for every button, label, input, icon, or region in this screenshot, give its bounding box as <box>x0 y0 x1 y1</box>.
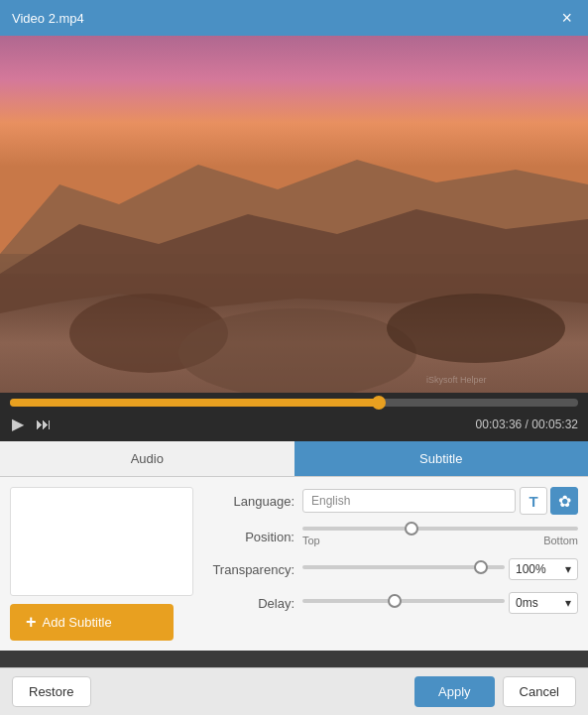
restore-button[interactable]: Restore <box>12 676 91 707</box>
total-time: 00:05:32 <box>531 417 578 431</box>
transparency-value-dropdown[interactable]: 100% ▾ <box>509 558 578 580</box>
delay-value-dropdown[interactable]: 0ms ▾ <box>509 592 578 614</box>
svg-point-6 <box>387 294 565 363</box>
position-bottom-label: Bottom <box>543 535 578 546</box>
left-panel: + Add Subtitle <box>10 487 193 641</box>
tab-audio[interactable]: Audio <box>0 441 294 476</box>
subtitle-preview <box>10 487 193 596</box>
current-time: 00:03:36 <box>476 417 523 431</box>
delay-slider[interactable] <box>302 599 505 603</box>
transparency-row: Transparency: 100% ▾ <box>205 558 578 580</box>
language-settings-button[interactable]: ✿ <box>550 487 578 515</box>
transparency-label: Transparency: <box>205 562 294 577</box>
subtitle-controls: Language: English French Spanish German … <box>205 487 578 641</box>
position-slider-container: Top Bottom <box>302 527 578 546</box>
apply-button[interactable]: Apply <box>414 676 495 707</box>
add-subtitle-button[interactable]: + Add Subtitle <box>10 604 174 641</box>
main-content: + Add Subtitle Language: English French … <box>0 477 588 651</box>
player-controls: ▶ ⏭ 00:03:36 / 00:05:32 <box>0 393 588 441</box>
svg-text:iSkysoft Helper: iSkysoft Helper <box>426 375 487 385</box>
position-slider-labels: Top Bottom <box>302 535 578 546</box>
delay-input-container: 0ms ▾ <box>302 592 578 614</box>
progress-bar[interactable] <box>10 399 578 407</box>
time-display: 00:03:36 / 00:05:32 <box>476 417 578 431</box>
forward-button[interactable]: ⏭ <box>34 414 54 435</box>
language-select-container: English French Spanish German T ✿ <box>302 487 578 515</box>
transparency-dropdown-arrow: ▾ <box>565 562 571 576</box>
tab-subtitle[interactable]: Subtitle <box>294 441 589 476</box>
cancel-button[interactable]: Cancel <box>503 676 576 707</box>
title-bar: Video 2.mp4 × <box>0 0 588 36</box>
language-select[interactable]: English French Spanish German <box>302 489 516 513</box>
plus-icon: + <box>26 612 37 633</box>
delay-dropdown-arrow: ▾ <box>565 596 571 610</box>
language-label: Language: <box>205 494 294 509</box>
delay-value: 0ms <box>516 596 538 610</box>
position-slider-thumb <box>405 522 418 536</box>
bottom-bar: Restore Apply Cancel <box>0 667 588 715</box>
transparency-slider-thumb <box>474 560 488 574</box>
language-icons: T ✿ <box>520 487 578 515</box>
progress-fill <box>10 399 379 407</box>
position-slider-track[interactable] <box>302 527 578 531</box>
add-subtitle-label: Add Subtitle <box>43 615 112 630</box>
transparency-slider[interactable] <box>302 565 505 569</box>
delay-label: Delay: <box>205 596 294 611</box>
delay-slider-thumb <box>388 594 402 608</box>
text-style-button[interactable]: T <box>520 487 547 515</box>
action-buttons: Apply Cancel <box>414 676 576 707</box>
position-label: Position: <box>205 530 294 544</box>
tabs-container: Audio Subtitle <box>0 441 588 477</box>
position-row: Position: Top Bottom <box>205 527 578 546</box>
delay-row: Delay: 0ms ▾ <box>205 592 578 614</box>
video-preview: iSkysoft Helper <box>0 36 588 393</box>
transparency-value: 100% <box>516 562 546 576</box>
position-top-label: Top <box>302 535 320 546</box>
progress-thumb <box>372 396 386 410</box>
language-row: Language: English French Spanish German … <box>205 487 578 515</box>
transparency-input-container: 100% ▾ <box>302 558 578 580</box>
close-button[interactable]: × <box>557 7 576 29</box>
play-button[interactable]: ▶ <box>10 413 26 435</box>
window-title: Video 2.mp4 <box>12 11 84 26</box>
